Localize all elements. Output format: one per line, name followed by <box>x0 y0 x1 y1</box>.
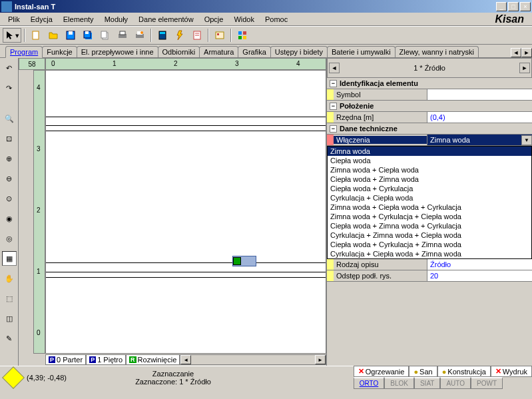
grid-icon[interactable] <box>234 27 250 43</box>
section-polozenie[interactable]: −Położenie <box>327 101 532 112</box>
dd-item[interactable]: Ciepła woda + Zimna woda + Cyrkulacja <box>328 221 531 230</box>
floor-tab-1[interactable]: P1 Piętro <box>86 354 126 365</box>
prop-symbol-value[interactable] <box>427 89 532 100</box>
dd-item[interactable]: Cyrkulacja + Ciepła woda + Zimna woda <box>328 249 531 258</box>
scroll-left[interactable]: ◄ <box>180 355 191 364</box>
layer-san[interactable]: ●San <box>409 366 437 377</box>
bolt-icon[interactable] <box>172 27 188 43</box>
svg-rect-19 <box>217 33 219 35</box>
dd-item[interactable]: Zimna woda + Ciepła woda <box>328 165 531 175</box>
layer-konstrukcja[interactable]: ●Konstrukcja <box>437 366 491 377</box>
zoom-window-icon[interactable]: ⊡ <box>2 131 17 146</box>
collapse-icon[interactable]: − <box>330 80 337 87</box>
print-preview-icon[interactable] <box>132 27 148 43</box>
dropdown-arrow-icon[interactable]: ▼ <box>521 135 532 145</box>
menu-opcje[interactable]: Opcje <box>199 14 229 25</box>
collapse-icon[interactable]: − <box>330 103 337 110</box>
dd-item[interactable]: Cyrkulacja + Zimna woda + Ciepła woda <box>328 230 531 240</box>
tab-scroll-right[interactable]: ► <box>521 48 532 57</box>
tab-przeplywowe[interactable]: El. przepływowe i inne <box>77 46 158 57</box>
dd-item[interactable]: Zimna woda <box>328 147 531 156</box>
layer-wydruk[interactable]: ✕Wydruk <box>491 366 532 377</box>
props-next[interactable]: ► <box>519 63 530 73</box>
mode-siat[interactable]: SIAT <box>414 377 440 389</box>
undo-icon[interactable]: ↶ <box>2 61 17 75</box>
zoom-out-icon[interactable]: ⊖ <box>2 171 17 186</box>
scroll-right[interactable]: ► <box>315 355 326 364</box>
floor-tab-2[interactable]: RRozwinięcie <box>126 354 180 365</box>
maximize-button[interactable]: □ <box>508 2 519 11</box>
props-prev[interactable]: ◄ <box>329 63 340 73</box>
select-rect2-icon[interactable]: ◫ <box>2 311 17 326</box>
pan-icon[interactable]: ✋ <box>2 271 17 286</box>
zoom-prev-icon[interactable]: ◎ <box>2 231 17 246</box>
save-all-icon[interactable] <box>80 27 96 43</box>
select-rect-icon[interactable]: ⬚ <box>2 291 17 306</box>
ruler-vertical: 4 3 2 1 0 <box>33 70 45 354</box>
layer-ogrzewanie[interactable]: ✕Ogrzewanie <box>354 366 409 377</box>
source-element[interactable] <box>232 256 256 266</box>
menu-plik[interactable]: Plik <box>3 14 25 25</box>
drawing-canvas[interactable] <box>45 70 326 354</box>
prop-rodzaj-value[interactable]: Źródło <box>427 259 532 270</box>
zoom-sel-icon[interactable]: ◉ <box>2 211 17 226</box>
new-file-icon[interactable] <box>28 27 44 43</box>
category-tabs: Program Funkcje El. przepływowe i inne O… <box>0 45 532 58</box>
prop-wlaczenia-value[interactable]: Zimna woda▼ <box>427 135 532 145</box>
mode-blok[interactable]: BLOK <box>384 377 414 389</box>
dd-item[interactable]: Zimna woda + Cyrkulacja + Ciepła woda <box>328 212 531 221</box>
open-file-icon[interactable] <box>45 27 61 43</box>
dd-item[interactable]: Ciepła woda + Cyrkulacja <box>328 184 531 193</box>
copy-icon[interactable] <box>97 27 113 43</box>
mode-powt[interactable]: POWT <box>471 377 503 389</box>
section-identyfikacja[interactable]: −Identyfikacja elementu <box>327 78 532 89</box>
menu-widok[interactable]: Widok <box>228 14 260 25</box>
dd-item[interactable]: Ciepła woda <box>328 156 531 165</box>
close-button[interactable]: × <box>520 2 531 11</box>
prop-odstep-value[interactable]: 20 <box>427 270 532 281</box>
tab-odbiorniki[interactable]: Odbiorniki <box>158 46 200 57</box>
menu-elementy[interactable]: Elementy <box>58 14 99 25</box>
zoom-extent-icon[interactable]: ⊕ <box>2 151 17 166</box>
tab-baterie[interactable]: Baterie i umywalki <box>327 46 396 57</box>
calc-icon[interactable] <box>154 27 170 43</box>
props-title: 1 * Źródło <box>413 64 445 72</box>
menu-moduly[interactable]: Moduły <box>99 14 133 25</box>
prop-odstep-label: Odstęp podł. rys. <box>334 272 427 280</box>
dd-item[interactable]: Cyrkulacja + Ciepła woda <box>328 193 531 202</box>
tab-armatura[interactable]: Armatura <box>199 46 238 57</box>
section-dane[interactable]: −Dane techniczne <box>327 123 532 135</box>
redo-icon[interactable]: ↷ <box>2 81 17 95</box>
print-icon[interactable] <box>115 27 131 43</box>
minimize-button[interactable]: _ <box>496 2 507 11</box>
mode-auto[interactable]: AUTO <box>440 377 471 389</box>
window-title: Instal-san T <box>15 3 496 11</box>
zoom-fit-icon[interactable]: ⊙ <box>2 191 17 206</box>
tab-program[interactable]: Program <box>5 46 43 58</box>
view-mode-icon[interactable]: ▦ <box>2 251 17 266</box>
report-icon[interactable] <box>189 27 205 43</box>
selection-tool[interactable]: ▾ <box>3 28 21 43</box>
dd-item[interactable]: Ciepła woda + Cyrkulacja + Zimna woda <box>328 240 531 249</box>
dd-item[interactable]: Zimna woda + Ciepła woda + Cyrkulacja <box>328 202 531 212</box>
save-icon[interactable] <box>63 27 79 43</box>
tab-scroll-left[interactable]: ◄ <box>511 48 521 57</box>
dd-item[interactable]: Ciepła woda + Zimna woda <box>328 175 531 184</box>
floor-tab-0[interactable]: P0 Parter <box>45 354 86 365</box>
floor-tabs: P0 Parter P1 Piętro RRozwinięcie ◄ ► <box>45 354 326 366</box>
tab-grafika[interactable]: Grafika <box>238 46 270 57</box>
menu-pomoc[interactable]: Pomoc <box>260 14 293 25</box>
prop-rzedna-value[interactable]: (0,4) <box>427 112 532 123</box>
tab-zlewy[interactable]: Zlewy, wanny i natryski <box>395 46 479 57</box>
pencil-icon[interactable]: ✎ <box>2 331 17 346</box>
mode-orto[interactable]: ORTO <box>354 377 385 389</box>
tab-ustepy[interactable]: Ustępy i bidety <box>270 46 328 57</box>
menu-edycja[interactable]: Edycja <box>25 14 58 25</box>
svg-rect-21 <box>243 31 246 35</box>
options-icon[interactable] <box>212 27 228 43</box>
zoom-in-icon[interactable]: 🔍 <box>2 111 17 126</box>
menu-dane[interactable]: Dane elementów <box>133 14 199 25</box>
svg-rect-0 <box>33 31 39 39</box>
collapse-icon[interactable]: − <box>330 125 337 133</box>
tab-funkcje[interactable]: Funkcje <box>42 46 77 57</box>
